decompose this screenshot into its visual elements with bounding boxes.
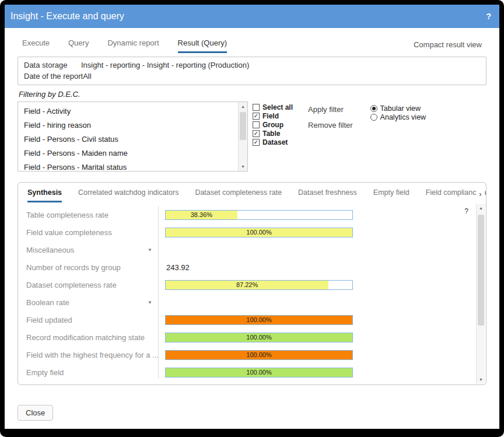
tab-result-query[interactable]: Result (Query) [178,39,228,53]
scroll-up-icon[interactable]: ▲ [239,102,247,111]
list-item[interactable]: Field - Persons - Marital status [18,160,237,171]
percent-bar-value: 100.00% [246,316,271,323]
result-label-text: Field updated [26,316,72,324]
percent-bar: 100.00% [165,228,353,237]
collapse-arrow-icon[interactable]: ▼ [148,247,152,253]
compact-result-view-link[interactable]: Compact result view [414,40,482,53]
filter-checkboxes: Select all✓FieldGroup✓Table✓Dataset [253,102,293,146]
result-row: Boolean rate▼ [18,293,476,311]
result-label-text: Dataset completeness rate [26,281,117,289]
radio-dot-icon [372,107,376,110]
scroll-thumb[interactable] [240,112,246,140]
list-item[interactable]: Field - Activity [18,104,237,118]
result-row: Table completeness rate38.36% [18,206,476,223]
radio-label: Analytics view [380,113,426,121]
remove-filter-button[interactable]: Remove filter [308,121,353,130]
scroll-track[interactable] [239,111,247,162]
tab-scroll-right-button[interactable]: › [476,187,485,200]
radio-label: Tabular view [380,104,421,113]
collapse-arrow-icon[interactable]: ▼ [148,300,152,305]
dec-listbox[interactable]: Field - ActivityField - hiring reasonFie… [18,102,248,172]
scroll-thumb[interactable] [478,215,484,326]
percent-bar-fill: 87.22% [166,281,328,289]
list-item[interactable]: Field - Persons - Civil status [18,132,237,146]
filter-title: Filtering by D.E.C. [19,90,487,99]
checkbox-box-icon[interactable]: ✓ [253,139,260,146]
result-row-label: Field with the highest frequency for a .… [18,351,158,359]
scroll-down-icon[interactable]: ▼ [477,375,485,384]
result-row: Number of records by group243.92 [18,258,476,276]
result-label-text: Boolean rate [26,298,69,307]
results-body: Table completeness rate38.36%Field value… [18,202,476,384]
scroll-up-icon[interactable]: ▲ [477,204,485,212]
tab-execute[interactable]: Execute [22,39,50,53]
radio-tabular-view[interactable]: Tabular view [370,104,426,113]
percent-bar-fill: 38.36% [166,211,237,219]
apply-filter-button[interactable]: Apply filter [308,105,353,114]
result-row: Dataset completeness rate87.22% [18,276,476,293]
column-separator [158,206,159,379]
result-row: Empty field100.00% [18,363,476,381]
result-row: Miscellaneous▼ [18,241,476,258]
result-label-text: Miscellaneous [26,246,74,254]
percent-bar-fill: 100.00% [166,368,352,377]
top-tabs: ExecuteQueryDynamic reportResult (Query)… [18,30,487,53]
radio-analytics-view[interactable]: Analytics view [370,113,426,121]
percent-bar-value: 100.00% [246,229,271,236]
results-tab-dataset-freshness[interactable]: Dataset freshness [298,188,357,202]
results-tab-empty-field[interactable]: Empty field [373,188,410,202]
results-scrollbar[interactable]: ▲ ▼ [476,204,485,384]
checkbox-box-icon[interactable] [253,121,260,128]
result-label-text: Table completeness rate [26,211,108,219]
percent-bar: 100.00% [165,315,353,325]
result-row-label: Field value completeness [18,228,158,237]
checkbox-dataset[interactable]: ✓Dataset [253,138,293,146]
results-tab-dataset-completeness-rate[interactable]: Dataset completeness rate [195,188,282,202]
percent-bar: 87.22% [165,280,353,290]
result-label-text: Empty field [26,368,64,377]
window-title: Insight - Execute and query [10,11,486,22]
percent-bar-value: 38.36% [191,211,212,218]
results-rows: Table completeness rate38.36%Field value… [18,206,476,381]
percent-bar: 100.00% [165,350,353,360]
dec-list-items: Field - ActivityField - hiring reasonFie… [18,102,237,171]
help-icon[interactable]: ? [486,12,491,21]
list-scrollbar[interactable]: ▲ ▼ [238,102,247,171]
radio-icon[interactable] [370,105,377,112]
checkbox-label: Dataset [262,138,288,146]
close-button[interactable]: Close [18,405,53,421]
result-row-label: Dataset completeness rate [18,281,158,289]
tab-query[interactable]: Query [68,39,89,53]
percent-bar: 100.00% [165,333,353,342]
results-tab-correlated-watchdog-indicators[interactable]: Correlated watchdog indicators [78,188,178,202]
results-tab-synthesis[interactable]: Synthesis [27,188,62,202]
result-label-text: Field with the highest frequency for a .… [26,351,158,359]
info-label: Date of the report [24,71,83,82]
scroll-down-icon[interactable]: ▼ [239,162,247,171]
result-row: Field updated100.00% [18,311,476,328]
checkbox-label: Table [262,130,280,138]
tab-dynamic-report[interactable]: Dynamic report [107,39,159,53]
percent-bar-fill: 100.00% [166,351,352,359]
list-item[interactable]: Field - hiring reason [18,118,237,132]
view-radios: Tabular viewAnalytics view [370,102,426,121]
percent-bar: 38.36% [165,210,353,220]
info-value: Insight - reporting - Insight - reportin… [81,60,249,71]
radio-icon[interactable] [370,114,377,121]
checkbox-box-icon[interactable]: ✓ [253,113,260,120]
list-item[interactable]: Field - Persons - Maiden name [18,146,237,160]
checkbox-table[interactable]: ✓Table [253,129,293,138]
checkbox-select-all[interactable]: Select all [253,103,293,111]
checkbox-field[interactable]: ✓Field [253,111,293,120]
scroll-track[interactable] [477,212,485,375]
filter-row: Field - ActivityField - hiring reasonFie… [18,102,487,172]
checkbox-box-icon[interactable]: ✓ [253,130,260,137]
info-row: Data storageInsight - reporting - Insigh… [24,60,480,71]
dialog-body: ExecuteQueryDynamic reportResult (Query)… [5,28,499,429]
result-row-label: Number of records by group [18,263,158,272]
checkbox-box-icon[interactable] [253,104,260,111]
checkbox-group[interactable]: Group [253,120,293,129]
result-row-label: Boolean rate▼ [18,298,158,307]
top-tabs-list: ExecuteQueryDynamic reportResult (Query) [22,39,227,53]
result-label-text: Field value completeness [26,228,112,237]
